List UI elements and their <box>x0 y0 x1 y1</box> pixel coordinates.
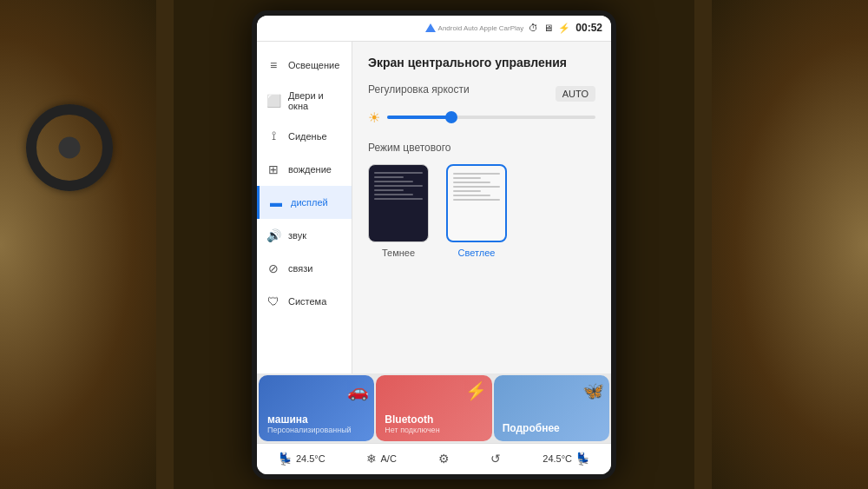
dark-mode-label: Темнее <box>382 248 415 258</box>
dark-mode-option[interactable]: Темнее <box>368 164 429 258</box>
sun-icon: ☀ <box>368 109 380 126</box>
bottom-ac[interactable]: ❄ A/C <box>366 452 396 466</box>
qa-card-bluetooth[interactable]: ⚡ Bluetooth Нет подключен <box>376 375 491 441</box>
sidebar-label-display: дисплей <box>291 197 328 208</box>
light-line-1 <box>453 173 500 175</box>
light-line-3 <box>453 182 490 183</box>
screen-icon: 🖥 <box>543 23 553 33</box>
sidebar-label-seats: Сиденье <box>288 131 327 142</box>
qa-card-more[interactable]: 🦋 Подробнее <box>494 375 609 441</box>
qa-bluetooth-title: Bluetooth <box>385 413 483 426</box>
status-time: 00:52 <box>575 22 602 34</box>
quick-access-bar: 🚗 машина Персонализированный ⚡ Bluetooth… <box>257 373 611 443</box>
light-line-2 <box>453 177 481 179</box>
sidebar-label-system: Система <box>288 296 326 307</box>
qa-card-car[interactable]: 🚗 машина Персонализированный <box>259 375 374 441</box>
light-line-6 <box>453 195 490 196</box>
sidebar-item-connectivity[interactable]: ⊘ связи <box>257 252 352 285</box>
light-mode-preview <box>446 164 507 242</box>
status-bar: Android Auto Apple CarPlay ⏱ 🖥 ⚡ 00:52 <box>257 16 611 42</box>
qa-car-subtitle: Персонализированный <box>267 426 365 434</box>
light-mode-option[interactable]: Светлее <box>446 164 507 258</box>
qa-car-title: машина <box>267 413 365 426</box>
seat-right-icon: 💺 <box>575 452 590 466</box>
sidebar-item-seats[interactable]: ⟟ Сиденье <box>257 120 352 153</box>
sidebar-label-doors: Двери и окна <box>288 90 343 111</box>
main-area: ≡ Освещение ⬜ Двери и окна ⟟ Сиденье ⊞ в… <box>257 42 611 373</box>
connectivity-icon: ⊘ <box>266 261 281 276</box>
sound-icon: 🔊 <box>266 228 281 243</box>
dark-screen-content <box>369 165 428 207</box>
lighting-icon: ≡ <box>266 57 281 73</box>
android-auto-logo: Android Auto Apple CarPlay <box>425 23 524 32</box>
qa-more-title: Подробнее <box>503 422 601 434</box>
bottom-seat-left[interactable]: 💺 24.5°C <box>278 452 326 466</box>
seats-icon: ⟟ <box>266 129 281 144</box>
sidebar-item-system[interactable]: 🛡 Система <box>257 285 352 318</box>
bottom-recirculate[interactable]: ↺ <box>490 452 501 466</box>
left-seat-decoration <box>0 0 174 489</box>
clock-icon: ⏱ <box>529 23 538 33</box>
fan-icon: ⚙ <box>438 452 450 466</box>
display-icon: ▬ <box>268 195 284 210</box>
light-mode-label: Светлее <box>458 248 496 258</box>
page-title: Экран центрального управления <box>368 56 595 69</box>
sidebar-label-lighting: Освещение <box>288 60 339 70</box>
android-auto-label: Android Auto Apple CarPlay <box>438 24 524 32</box>
doors-icon: ⬜ <box>266 93 281 109</box>
brightness-slider-thumb[interactable] <box>445 111 457 123</box>
color-mode-label: Режим цветового <box>368 142 595 154</box>
sidebar-item-driving[interactable]: ⊞ вождение <box>257 153 352 186</box>
dark-line-7 <box>374 198 423 200</box>
ac-icon: ❄ <box>366 452 377 466</box>
bluetooth-icon: ⚡ <box>465 380 487 401</box>
bluetooth-status-icon: ⚡ <box>558 23 570 34</box>
main-screen: Android Auto Apple CarPlay ⏱ 🖥 ⚡ 00:52 ≡… <box>257 16 611 474</box>
dark-line-5 <box>374 189 404 191</box>
brightness-label: Регулировка яркости <box>368 83 470 96</box>
sidebar: ≡ Освещение ⬜ Двери и окна ⟟ Сиденье ⊞ в… <box>257 42 352 373</box>
bottom-fan[interactable]: ⚙ <box>438 452 450 466</box>
light-screen-content <box>448 166 505 208</box>
color-modes: Темнее <box>368 164 595 258</box>
left-temp: 24.5°C <box>296 453 326 464</box>
dark-line-1 <box>374 172 423 174</box>
qa-bluetooth-subtitle: Нет подключен <box>385 426 483 434</box>
bottom-seat-right[interactable]: 24.5°C 💺 <box>542 452 590 466</box>
seat-left-icon: 💺 <box>278 452 293 466</box>
content-panel: Экран центрального управления Регулировк… <box>352 42 611 373</box>
sidebar-label-driving: вождение <box>288 164 332 175</box>
brightness-slider-fill <box>387 116 450 119</box>
dark-line-2 <box>374 176 404 178</box>
screen-bezel: Android Auto Apple CarPlay ⏱ 🖥 ⚡ 00:52 ≡… <box>252 10 616 479</box>
steering-wheel <box>26 104 113 191</box>
aa-triangle-icon <box>425 23 436 32</box>
sidebar-item-display[interactable]: ▬ дисплей <box>257 186 352 219</box>
sidebar-label-sound: звук <box>288 230 306 241</box>
brightness-row: Регулировка яркости AUTO <box>368 83 595 104</box>
dark-line-4 <box>374 185 423 187</box>
sidebar-label-connectivity: связи <box>288 263 312 274</box>
driving-icon: ⊞ <box>266 162 281 177</box>
brightness-slider-row: ☀ <box>368 109 595 126</box>
sidebar-item-sound[interactable]: 🔊 звук <box>257 219 352 252</box>
dark-line-3 <box>374 181 413 182</box>
light-line-5 <box>453 190 481 192</box>
right-seat-decoration <box>694 0 868 489</box>
system-icon: 🛡 <box>266 294 281 309</box>
car-icon: 🚗 <box>347 380 369 401</box>
dark-mode-preview <box>368 164 429 242</box>
more-icon: 🦋 <box>582 380 604 401</box>
brightness-slider-track[interactable] <box>387 116 595 119</box>
sidebar-item-doors[interactable]: ⬜ Двери и окна <box>257 82 352 120</box>
recirculate-icon: ↺ <box>490 452 501 466</box>
right-temp: 24.5°C <box>542 453 572 464</box>
sidebar-item-lighting[interactable]: ≡ Освещение <box>257 49 352 82</box>
auto-button[interactable]: AUTO <box>556 86 595 102</box>
light-line-4 <box>453 186 500 188</box>
bottom-status-bar: 💺 24.5°C ❄ A/C ⚙ ↺ 24.5°C 💺 <box>257 443 611 474</box>
dark-line-6 <box>374 194 413 195</box>
ac-label: A/C <box>380 453 396 464</box>
light-line-7 <box>453 199 500 201</box>
